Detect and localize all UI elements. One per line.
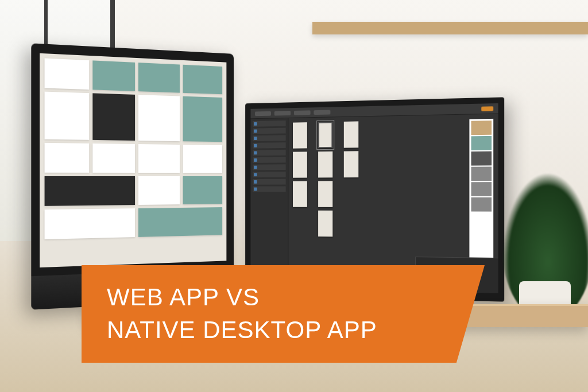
tile xyxy=(92,143,135,173)
layer-row xyxy=(253,172,285,177)
layer-row xyxy=(253,142,285,149)
layers-panel xyxy=(250,118,288,289)
layer-row xyxy=(253,150,285,156)
wall-shelf xyxy=(312,22,588,34)
workspace-photo: WEB APP VS NATIVE DESKTOP APP xyxy=(0,0,588,392)
layer-row xyxy=(253,186,285,192)
layer-row xyxy=(253,135,285,141)
tile xyxy=(45,58,89,90)
toolbar-item xyxy=(314,110,330,115)
tile xyxy=(183,145,222,173)
tile xyxy=(138,176,180,205)
layer-row xyxy=(253,128,285,134)
artboard xyxy=(318,211,332,237)
thumb xyxy=(471,152,492,166)
tile xyxy=(45,208,135,239)
thumb xyxy=(471,197,492,212)
artboard-selected xyxy=(318,122,332,148)
tile xyxy=(92,60,135,91)
left-screen-design-app xyxy=(40,53,226,267)
design-tiles-grid xyxy=(40,53,226,244)
artboard xyxy=(293,181,307,207)
tile xyxy=(45,92,89,140)
tile xyxy=(138,144,180,173)
artboard xyxy=(318,152,332,178)
tile xyxy=(183,65,222,94)
toolbar-item xyxy=(274,111,291,115)
tile xyxy=(183,176,222,204)
thumb xyxy=(471,166,492,181)
tile xyxy=(45,143,89,173)
thumb xyxy=(471,121,492,135)
tile xyxy=(183,96,222,142)
banner-line-1: WEB APP VS xyxy=(107,281,485,314)
layer-row xyxy=(253,164,285,170)
thumb xyxy=(471,182,492,196)
thumb xyxy=(471,136,492,150)
layer-row xyxy=(253,179,285,185)
tile xyxy=(92,93,135,141)
layer-row xyxy=(253,121,285,127)
artboard xyxy=(344,121,359,148)
artboard xyxy=(293,122,307,149)
title-banner: WEB APP VS NATIVE DESKTOP APP xyxy=(82,265,485,363)
artboard xyxy=(318,181,332,207)
layer-row xyxy=(253,157,285,163)
toolbar-item xyxy=(294,110,311,115)
tile xyxy=(45,176,135,206)
banner-line-2: NATIVE DESKTOP APP xyxy=(107,314,485,347)
tile xyxy=(138,207,222,237)
toolbar-accent xyxy=(481,106,493,111)
tile xyxy=(138,95,180,141)
tile xyxy=(138,63,180,92)
toolbar-item xyxy=(255,111,271,115)
right-screen-dark-app xyxy=(250,103,498,293)
artboard xyxy=(344,151,359,177)
artboard xyxy=(293,152,307,177)
